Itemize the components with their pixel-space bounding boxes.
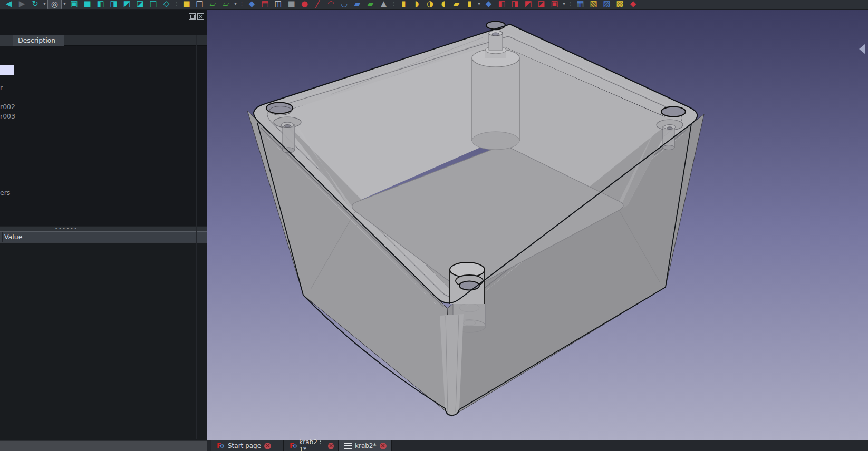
polyline-icon[interactable]: ◠	[324, 0, 337, 9]
dropdown-caret-icon[interactable]: ▾	[561, 0, 567, 8]
loft-icon[interactable]: ▮	[463, 0, 476, 9]
arc-icon[interactable]: ◡	[337, 0, 351, 9]
freecad-window: ◀▶↻▾◎▾▣■◧◨◩◪□◇⋮■□▱▱▾⋮◆▤◫■●╱◠◡▰▰▲⋮▮◗◑◖▰▮▾…	[0, 0, 868, 451]
toolbar-separator: ⋮	[391, 0, 396, 8]
sketch-rect-icon[interactable]: □	[193, 0, 206, 9]
main-toolbar: ◀▶↻▾◎▾▣■◧◨◩◪□◇⋮■□▱▱▾⋮◆▤◫■●╱◠◡▰▰▲⋮▮◗◑◖▰▮▾…	[0, 0, 868, 9]
tab-krab2[interactable]: krab2* ×	[339, 440, 392, 451]
redo-icon[interactable]: ▶	[15, 0, 28, 9]
panel-splitter-handle[interactable]: ••••••	[0, 226, 207, 231]
close-tab-icon[interactable]: ×	[264, 443, 271, 449]
boolean-icon[interactable]: ◆	[482, 0, 495, 9]
view-axonometric-icon[interactable]: ◇	[160, 0, 173, 9]
tab-label: Start page	[228, 442, 261, 449]
tree-column-stub	[0, 35, 13, 46]
toolbar-separator: ⋮	[239, 0, 244, 8]
panel-controls: ×	[0, 10, 207, 35]
dropdown-caret-icon[interactable]: ▾	[476, 0, 482, 8]
tree-item[interactable]: ers	[0, 188, 10, 198]
measure-toggle-icon[interactable]: ◆	[626, 0, 640, 9]
view-front-icon[interactable]: ■	[81, 0, 94, 9]
tab-start-page[interactable]: F⚙ Start page ×	[211, 440, 284, 451]
dropdown-caret-icon[interactable]: ▾	[42, 0, 47, 8]
material-box-icon[interactable]: ■	[285, 0, 298, 9]
rim-hole-back	[486, 22, 505, 30]
export-icon[interactable]: ◫	[272, 0, 285, 9]
surface-blue-icon[interactable]: ▰	[351, 0, 364, 9]
measure-refresh-icon[interactable]: ▨	[600, 0, 613, 9]
tree-item[interactable]: r003	[0, 112, 15, 121]
sketch-new-icon[interactable]: ▱	[206, 0, 219, 9]
sweep-icon[interactable]: ▰	[450, 0, 463, 9]
tree-item[interactable]: r	[0, 83, 3, 93]
boolean-cut-icon[interactable]: ◧	[495, 0, 508, 9]
drawing-page-icon[interactable]: ▤	[258, 0, 272, 9]
boolean-common-icon[interactable]: ◩	[522, 0, 535, 9]
tree-column-headers: Description	[0, 35, 207, 46]
zoom-fit-icon[interactable]: ◎	[47, 0, 62, 9]
toolbar-separator: ⋮	[174, 0, 179, 8]
view-isometric-icon[interactable]: ▣	[67, 0, 81, 9]
view-rear-icon[interactable]: ◩	[120, 0, 133, 9]
mirror-icon[interactable]: ◑	[423, 0, 437, 9]
measure-linear-icon[interactable]: ▦	[574, 0, 587, 9]
part-box-icon[interactable]: ■	[180, 0, 193, 9]
view-right-icon[interactable]: ◨	[107, 0, 120, 9]
tab-krab2-3d-view[interactable]: F⚙ krab2 : 1* ×	[284, 440, 339, 451]
scrollbar-gutter	[196, 35, 197, 439]
view-top-icon[interactable]: ◧	[94, 0, 107, 9]
toolbar-separator: ⋮	[568, 0, 573, 8]
tree-column-description[interactable]: Description	[13, 35, 64, 46]
tab-label: krab2 : 1*	[299, 438, 325, 451]
close-tab-icon[interactable]: ×	[380, 443, 387, 449]
boolean-union-icon[interactable]: ◨	[508, 0, 522, 9]
list-icon	[344, 443, 352, 449]
tree-selected-item[interactable]	[0, 65, 14, 75]
measure-angular-icon[interactable]: ▧	[587, 0, 600, 9]
freecad-icon: F⚙	[217, 442, 225, 449]
part-cube-icon[interactable]: ◆	[245, 0, 258, 9]
close-panel-icon[interactable]: ×	[197, 13, 204, 20]
tree-view[interactable]: r r002 r003 ers	[0, 46, 207, 226]
3d-scene	[207, 10, 868, 440]
line-icon[interactable]: ╱	[311, 0, 324, 9]
freecad-icon: F⚙	[290, 442, 296, 449]
view-bottom-icon[interactable]: ◪	[133, 0, 147, 9]
statusbar-left	[0, 440, 207, 451]
link-refresh-icon[interactable]: ↻	[28, 0, 42, 9]
window-tab-bar: F⚙ Start page × F⚙ krab2 : 1* × krab2* ×	[207, 440, 868, 451]
main-area: × Description r r002 r003 ers •••••• Val…	[0, 10, 868, 440]
sketch-edit-icon[interactable]: ▱	[219, 0, 233, 9]
tree-item[interactable]: r002	[0, 102, 15, 112]
float-panel-icon[interactable]	[189, 13, 196, 20]
point-icon[interactable]: ●	[298, 0, 311, 9]
undo-icon[interactable]: ◀	[2, 0, 15, 9]
boolean-section-icon[interactable]: ◪	[535, 0, 548, 9]
extrude-icon[interactable]: ▮	[397, 0, 410, 9]
close-tab-icon[interactable]: ×	[328, 443, 334, 449]
tab-label: krab2*	[355, 442, 377, 449]
revolve-icon[interactable]: ◖	[437, 0, 450, 9]
robot-icon[interactable]: ▲	[377, 0, 390, 9]
compound-icon[interactable]: ▣	[548, 0, 561, 9]
property-value-header[interactable]: Value	[0, 231, 207, 242]
property-editor[interactable]	[0, 242, 207, 440]
bottom-bar: F⚙ Start page × F⚙ krab2 : 1* × krab2* ×	[0, 440, 868, 451]
dropdown-caret-icon[interactable]: ▾	[233, 0, 238, 8]
fillet-icon[interactable]: ◗	[410, 0, 423, 9]
view-left-icon[interactable]: □	[147, 0, 160, 9]
3d-viewport[interactable]	[207, 10, 868, 440]
dropdown-caret-icon[interactable]: ▾	[62, 0, 67, 8]
measure-clear-icon[interactable]: ▩	[613, 0, 626, 9]
surface-green-icon[interactable]: ▰	[364, 0, 377, 9]
model-tree-panel: × Description r r002 r003 ers •••••• Val…	[0, 10, 207, 440]
